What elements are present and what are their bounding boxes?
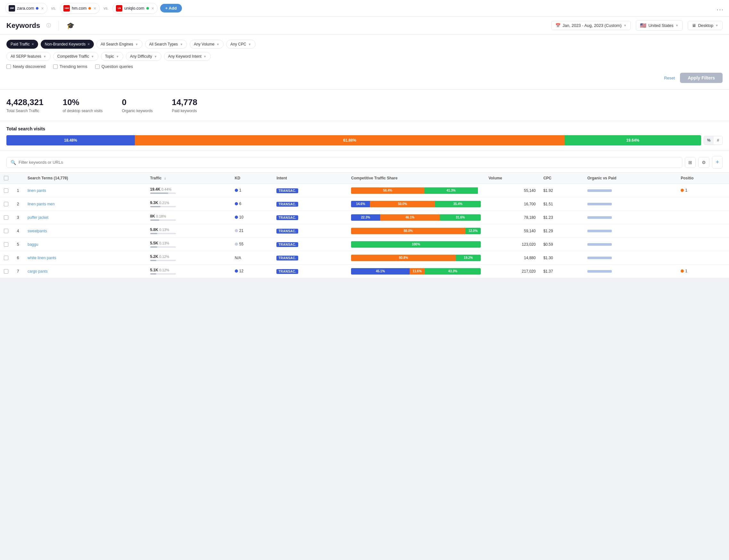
domain-tab-hm[interactable]: H&M hm.com × [60, 3, 100, 14]
bar-pct-button[interactable]: % [704, 136, 714, 144]
organic-bar [587, 216, 612, 219]
row-keyword: puffer jacket [24, 211, 146, 224]
th-volume[interactable]: Volume [485, 173, 539, 184]
row-intent: TRANSAC. [273, 238, 347, 251]
serp-features-chip[interactable]: All SERP features ▼ [6, 52, 51, 61]
cpc-chip[interactable]: Any CPC ▼ [226, 40, 255, 49]
row-intent: TRANSAC. [273, 184, 347, 197]
search-icon: 🔍 [11, 160, 16, 165]
table-row: 7cargo pants5.1K 0.12%12TRANSAC.45.1%11.… [0, 265, 729, 278]
keyword-link[interactable]: linen pants men [28, 202, 55, 206]
row-cpc: $1.51 [539, 197, 583, 211]
row-checkbox[interactable] [4, 256, 8, 260]
non-branded-remove-icon[interactable]: × [87, 42, 90, 46]
row-traffic: 8K 0.18% [146, 211, 231, 224]
row-checkbox[interactable] [4, 202, 8, 206]
comp-seg: 41.3% [424, 187, 478, 194]
th-traffic[interactable]: Traffic ↓ [146, 173, 231, 184]
keyword-link[interactable]: sweatpants [28, 229, 47, 233]
kd-dot-container: 55 [235, 242, 244, 246]
add-column-button[interactable]: + [712, 156, 723, 169]
competitive-traffic-chip[interactable]: Competitive Traffic ▼ [53, 52, 98, 61]
bar-hash-button[interactable]: # [714, 136, 722, 144]
search-types-chip[interactable]: All Search Types ▼ [145, 40, 187, 49]
more-options-button[interactable]: ... [717, 4, 724, 12]
row-checkbox[interactable] [4, 242, 8, 247]
stacked-bar: 18.48% 61.88% 19.64% [6, 135, 701, 145]
th-cpc[interactable]: CPC [539, 173, 583, 184]
add-domain-button[interactable]: + Add [160, 4, 182, 12]
device-selector[interactable]: 🖥 Desktop ▼ [688, 21, 723, 30]
domain-tab-uniqlo[interactable]: UNI uniqlo.com × [112, 3, 158, 14]
keyword-intent-chip[interactable]: Any Keyword Intent ▼ [164, 52, 211, 61]
kd-value: 55 [239, 242, 244, 246]
table-section: 🔍 ⊞ ⚙ + Search Terms (14,778) Traffic ↓ … [0, 151, 729, 278]
keyword-link[interactable]: white linen pants [28, 256, 56, 260]
row-checkbox[interactable] [4, 229, 8, 233]
non-branded-chip[interactable]: Non-Branded Keywords × [41, 40, 94, 49]
traffic-fill [150, 206, 161, 207]
keywords-table: Search Terms (14,778) Traffic ↓ KD Inten… [0, 172, 729, 278]
keyword-link[interactable]: linen pants [28, 188, 46, 193]
zara-close-icon[interactable]: × [41, 6, 44, 11]
keyword-link[interactable]: baggu [28, 242, 38, 247]
search-engines-chip[interactable]: All Search Engines ▼ [96, 40, 142, 49]
row-traffic: 5.8K 0.13% [146, 224, 231, 238]
newly-discovered-checkbox[interactable]: Newly discovered [6, 64, 46, 69]
th-intent[interactable]: Intent [273, 173, 347, 184]
paid-traffic-chip[interactable]: Paid Traffic × [6, 40, 38, 49]
date-range-selector[interactable]: 📅 Jan, 2023 - Aug, 2023 (Custom) ▼ [551, 21, 631, 30]
row-competitive-traffic: 45.1%11.6%43.3% [347, 265, 485, 278]
reset-button[interactable]: Reset [664, 76, 675, 80]
th-position[interactable]: Positio [677, 173, 729, 184]
volume-value: 16,700 [524, 202, 536, 206]
keyword-link[interactable]: cargo pants [28, 269, 48, 274]
apply-filters-button[interactable]: Apply Filters [680, 73, 723, 83]
difficulty-chip[interactable]: Any Difficulty ▼ [126, 52, 162, 61]
row-keyword: linen pants [24, 184, 146, 197]
search-types-label: All Search Types [149, 42, 178, 46]
domain-tab-zara[interactable]: ZAR zara.com × [5, 3, 47, 14]
stat-total-traffic-value: 4,428,321 [6, 97, 44, 107]
row-checkbox[interactable] [4, 188, 8, 193]
search-engines-label: All Search Engines [101, 42, 133, 46]
traffic-value: 5.2K [150, 254, 158, 259]
kd-dot-icon [235, 216, 238, 219]
table-row: 6white linen pants5.2K 0.12%N/ATRANSAC.8… [0, 251, 729, 265]
row-volume: 16,700 [485, 197, 539, 211]
row-kd: 10 [231, 211, 273, 224]
comp-seg: 11.6% [410, 268, 425, 275]
row-number: 6 [12, 251, 24, 265]
country-selector[interactable]: 🇺🇸 United States ▼ [636, 20, 683, 31]
traffic-value: 19.4K [150, 187, 161, 192]
hm-close-icon[interactable]: × [94, 6, 96, 11]
row-checkbox[interactable] [4, 215, 8, 220]
organic-bar [587, 203, 612, 205]
kd-dot-container: 6 [235, 202, 242, 206]
organic-bar [587, 243, 612, 246]
row-checkbox[interactable] [4, 269, 8, 274]
row-competitive-traffic: 14.6%50.0%35.4% [347, 197, 485, 211]
topic-chip[interactable]: Topic ▼ [101, 52, 123, 61]
keyword-search-input[interactable] [19, 160, 678, 165]
row-cpc: $1.29 [539, 224, 583, 238]
export-excel-button[interactable]: ⊞ [685, 157, 696, 168]
trending-terms-checkbox[interactable]: Trending terms [53, 64, 87, 69]
uniqlo-close-icon[interactable]: × [152, 6, 154, 11]
volume-value: 59,140 [524, 229, 536, 233]
position-value: 1 [685, 188, 687, 193]
th-organic-vs-paid[interactable]: Organic vs Paid [584, 173, 677, 184]
edu-icon[interactable]: 🎓 [67, 22, 75, 29]
info-icon[interactable]: ⓘ [46, 23, 51, 29]
row-keyword: cargo pants [24, 265, 146, 278]
paid-traffic-remove-icon[interactable]: × [32, 42, 34, 46]
question-queries-checkbox[interactable]: Question queries [95, 64, 133, 69]
organic-bar [587, 189, 612, 192]
uniqlo-domain: uniqlo.com [124, 6, 145, 11]
columns-settings-button[interactable]: ⚙ [698, 157, 709, 168]
th-kd[interactable]: KD [231, 173, 273, 184]
th-competitive-traffic[interactable]: Competitive Traffic Share [347, 173, 485, 184]
keyword-link[interactable]: puffer jacket [28, 215, 48, 220]
row-cpc: $1.37 [539, 265, 583, 278]
volume-chip[interactable]: Any Volume ▼ [190, 40, 224, 49]
